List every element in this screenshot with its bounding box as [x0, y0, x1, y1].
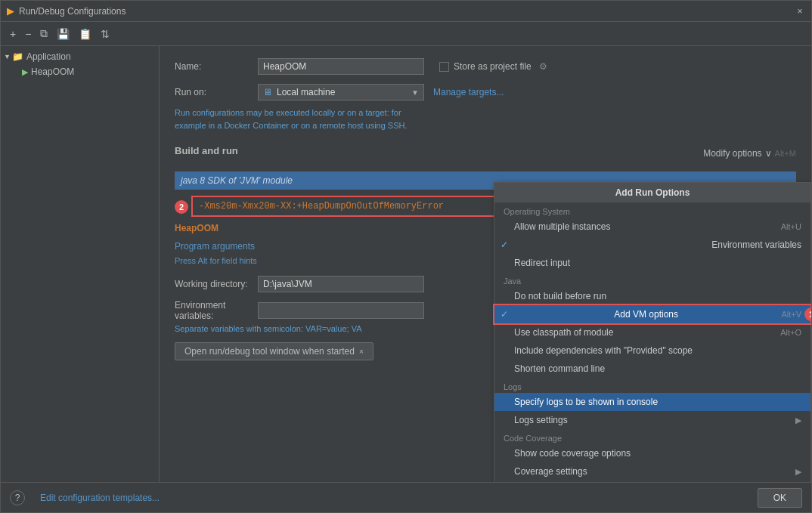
paste-config-button[interactable]: 📋 — [76, 26, 95, 42]
working-dir-label: Working directory: — [175, 279, 258, 289]
env-vars-label: Environment variables: — [175, 300, 258, 321]
allow-multiple-instances-item[interactable]: Allow multiple instances Alt+U — [494, 218, 810, 236]
env-vars-input[interactable] — [258, 302, 424, 319]
modify-options-label: Modify options — [703, 148, 761, 159]
add-vm-options-item[interactable]: ✓ Add VM options Alt+V 1 — [494, 305, 810, 323]
coverage-settings-item[interactable]: Coverage settings ▶ — [494, 462, 810, 481]
name-label: Name: — [175, 61, 258, 72]
use-classpath-item[interactable]: Use classpath of module Alt+O — [494, 323, 810, 341]
save-config-button[interactable]: 💾 — [54, 26, 73, 42]
show-coverage-item[interactable]: Show code coverage options — [494, 444, 810, 462]
chevron-down-icon: ∨ — [765, 148, 772, 159]
main-content: ▼ 📁 Application ▶ HeapOOM Name: Store as… — [1, 46, 811, 482]
add-config-button[interactable]: + — [7, 26, 19, 42]
build-run-header-row: Build and run Modify options ∨ Alt+M — [175, 142, 796, 164]
dropdown-menu: Add Run Options Operating System Allow m… — [494, 182, 811, 482]
use-classpath-label: Use classpath of module — [514, 327, 613, 338]
logs-settings-item[interactable]: Logs settings ▶ — [494, 411, 810, 429]
run-on-label: Run on: — [175, 87, 258, 97]
do-not-build-item[interactable]: Do not build before run — [494, 287, 810, 305]
bottom-left: ? Edit configuration templates... — [10, 490, 752, 505]
redirect-input-label: Redirect input — [514, 258, 570, 268]
include-dependencies-item[interactable]: Include dependencies with "Provided" sco… — [494, 341, 810, 360]
allow-multiple-shortcut: Alt+U — [781, 222, 801, 231]
store-as-project-file-row: Store as project file ⚙ — [439, 61, 547, 72]
env-vars-check-icon: ✓ — [501, 240, 508, 250]
run-on-row: Run on: 🖥 Local machine ▼ Manage targets… — [175, 84, 796, 100]
open-window-button[interactable]: Open run/debug tool window when started … — [175, 342, 373, 360]
include-dependencies-label: Include dependencies with "Provided" sco… — [514, 345, 693, 356]
close-x-icon[interactable]: × — [359, 347, 364, 356]
info-text: Run configurations may be executed local… — [175, 107, 796, 131]
help-button[interactable]: ? — [10, 490, 25, 505]
name-input[interactable] — [258, 58, 424, 75]
do-not-build-label: Do not build before run — [514, 291, 606, 301]
specify-logs-item[interactable]: Specify logs to be shown in console — [494, 393, 810, 411]
allow-multiple-instances-label: Allow multiple instances — [514, 221, 610, 232]
java-section-label: Java — [494, 272, 810, 287]
before-launch-section-label: Before Launch — [494, 481, 810, 482]
ok-button[interactable]: OK — [758, 488, 802, 508]
title-bar-icon: ▶ — [7, 5, 14, 17]
store-as-project-file-checkbox[interactable] — [439, 62, 449, 72]
main-window: ▶ Run/Debug Configurations × + − ⧉ 💾 📋 ⇅… — [0, 0, 812, 513]
add-vm-check-icon: ✓ — [501, 309, 508, 320]
shorten-command-label: Shorten command line — [514, 363, 605, 374]
sdk-value: java 8 SDK of 'JVM' module — [181, 175, 293, 186]
use-classpath-shortcut: Alt+O — [780, 328, 801, 337]
title-bar-text: Run/Debug Configurations — [19, 6, 795, 17]
redirect-input-item[interactable]: Redirect input — [494, 254, 810, 272]
shorten-command-item[interactable]: Shorten command line — [494, 360, 810, 378]
code-coverage-section-label: Code Coverage — [494, 429, 810, 444]
environment-variables-item[interactable]: ✓ Environment variables — [494, 236, 810, 254]
logs-settings-label: Logs settings — [514, 415, 568, 425]
sidebar-item-label: HeapOOM — [31, 66, 74, 77]
dropdown-arrow-icon: ▼ — [411, 88, 419, 97]
coverage-settings-arrow-icon: ▶ — [795, 467, 801, 477]
close-button[interactable]: × — [795, 6, 805, 17]
environment-variables-label: Environment variables — [711, 240, 801, 250]
build-run-title: Build and run — [175, 145, 238, 156]
logs-settings-arrow-icon: ▶ — [795, 416, 801, 425]
expand-arrow-icon: ▼ — [4, 53, 11, 60]
specify-logs-label: Specify logs to be shown in console — [514, 397, 658, 407]
application-folder-icon: 📁 — [12, 51, 23, 62]
run-on-select[interactable]: 🖥 Local machine ▼ — [258, 84, 424, 100]
sidebar-category-label: Application — [26, 51, 71, 62]
remove-config-button[interactable]: − — [22, 26, 34, 42]
monitor-icon: 🖥 — [263, 87, 272, 97]
sidebar-category-application[interactable]: ▼ 📁 Application — [1, 49, 159, 64]
badge-1: 1 — [804, 307, 811, 321]
dropdown-header: Add Run Options — [494, 183, 810, 202]
toolbar: + − ⧉ 💾 📋 ⇅ — [1, 22, 811, 46]
modify-options-shortcut: Alt+M — [775, 149, 796, 158]
add-vm-shortcut: Alt+V — [781, 310, 801, 319]
sort-config-button[interactable]: ⇅ — [98, 26, 113, 42]
sidebar: ▼ 📁 Application ▶ HeapOOM — [1, 46, 160, 482]
store-as-project-file-label: Store as project file — [454, 61, 532, 72]
title-bar-controls: × — [795, 6, 805, 17]
working-dir-input[interactable] — [258, 276, 424, 292]
add-vm-options-label: Add VM options — [614, 309, 678, 320]
os-section-label: Operating System — [494, 202, 810, 218]
manage-targets-link[interactable]: Manage targets... — [433, 87, 504, 97]
name-row: Name: Store as project file ⚙ — [175, 58, 796, 75]
sidebar-item-heapoom[interactable]: ▶ HeapOOM — [1, 64, 159, 79]
run-config-icon: ▶ — [22, 67, 28, 77]
edit-config-templates-link[interactable]: Edit configuration templates... — [40, 493, 160, 503]
copy-config-button[interactable]: ⧉ — [37, 26, 51, 42]
gear-icon: ⚙ — [539, 61, 547, 72]
bottom-bar: ? Edit configuration templates... OK — [1, 482, 811, 512]
modify-options-button[interactable]: Modify options ∨ Alt+M — [703, 148, 796, 159]
badge-2: 2 — [175, 200, 188, 214]
open-window-label: Open run/debug tool window when started — [184, 346, 355, 357]
run-on-value: Local machine — [277, 87, 335, 97]
logs-section-label: Logs — [494, 378, 810, 393]
title-bar: ▶ Run/Debug Configurations × — [1, 1, 811, 22]
show-coverage-label: Show code coverage options — [514, 448, 631, 459]
edit-panel: Name: Store as project file ⚙ Run on: 🖥 … — [160, 46, 811, 482]
coverage-settings-label: Coverage settings — [514, 466, 587, 477]
